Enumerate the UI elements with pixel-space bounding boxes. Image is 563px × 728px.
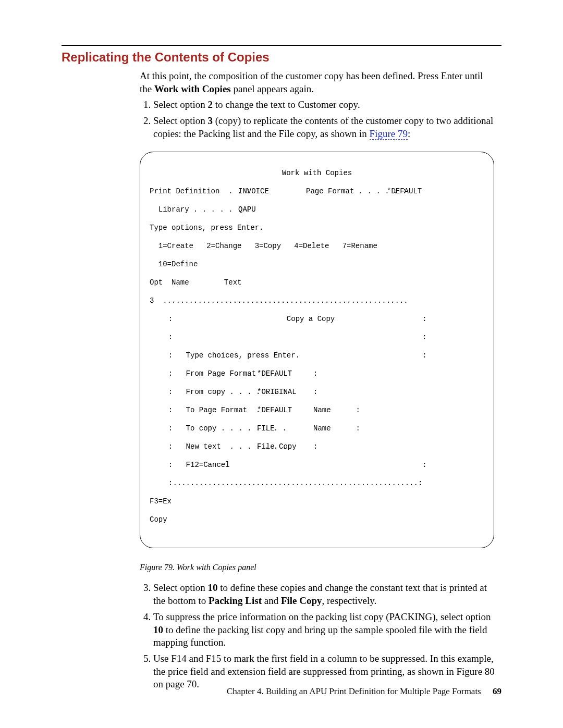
panel-options-2: 10=Define <box>150 260 484 269</box>
fc-end: : <box>313 388 317 397</box>
tpf-label: : To Page Format . . . . <box>168 406 257 415</box>
f3-exit: F3=Ex <box>150 497 484 507</box>
to-page-format-row: : To Page Format . . . .*DEFAULTName: <box>168 406 484 415</box>
overlay-title: : Copy a Copy : <box>168 315 484 324</box>
fc-value: *ORIGINAL <box>257 388 313 397</box>
s3a: Select option <box>153 582 207 593</box>
dots-bottom: :.......................................… <box>168 479 484 488</box>
tpf-end: : <box>356 406 360 415</box>
page-footer: Chapter 4. Building an APU Print Definit… <box>227 686 501 697</box>
nt-end: : <box>313 442 317 452</box>
rule-top <box>62 45 501 46</box>
library-label: Library . . . . . . : <box>150 205 238 215</box>
from-page-format-row: : From Page Format . . :*DEFAULT: <box>168 369 484 379</box>
tc-value: FILE <box>257 424 313 434</box>
s4a: To suppress the price information on the… <box>153 611 491 622</box>
step-2: Select option 3 (copy) to replicate the … <box>153 115 496 140</box>
fpf-value: *DEFAULT <box>257 369 313 379</box>
steps-list-1: Select option 2 to change the text to Cu… <box>140 98 496 140</box>
tpf-value: *DEFAULT <box>257 406 313 415</box>
footer-chapter: Chapter 4. Building an APU Print Definit… <box>227 686 481 696</box>
nt-value: File Copy <box>257 442 313 452</box>
body-column-2: Select option 10 to define these copies … <box>140 582 496 691</box>
step-1: Select option 2 to change the text to Cu… <box>153 98 496 112</box>
page: Replicating the Contents of Copies At th… <box>0 0 563 728</box>
footer-page-number: 69 <box>493 686 501 696</box>
step2-a: Select option <box>153 115 207 126</box>
section-heading: Replicating the Contents of Copies <box>62 50 501 65</box>
s4bold: 10 <box>153 624 163 635</box>
library-value: QAPU <box>238 205 306 215</box>
step-5: Use F14 and F15 to mark the first field … <box>153 652 496 691</box>
step1-b: to change the text to Customer copy. <box>213 99 360 110</box>
library-row: Library . . . . . . :QAPU <box>150 205 484 215</box>
panel-title: Work with Copies <box>150 169 484 178</box>
step2-c: : <box>408 128 410 139</box>
page-format-label: Page Format . . . . . : <box>306 187 387 196</box>
step-3: Select option 10 to define these copies … <box>153 582 496 607</box>
panel-options-1: 1=Create 2=Change 3=Copy 4=Delete 7=Rena… <box>150 242 484 251</box>
fpf-end: : <box>313 369 317 379</box>
panel-column-headers: Opt Name Text <box>150 278 484 288</box>
print-def-label: Print Definition . . : <box>150 187 238 196</box>
s3c: , respectively. <box>322 595 377 606</box>
s3bold: 10 <box>207 582 217 593</box>
step1-bold: 2 <box>207 99 213 110</box>
intro-text-b: panel appears again. <box>231 83 314 94</box>
overlay-blank-1: : : <box>168 333 484 342</box>
copy-label: Copy <box>150 515 484 525</box>
panel-instr: Type options, press Enter. <box>150 224 484 233</box>
tc-end: : <box>356 424 360 434</box>
opt-3-row: 3 ......................................… <box>150 297 484 306</box>
figure-caption: Figure 79. Work with Copies panel <box>140 563 501 572</box>
print-def-row: Print Definition . . :INVOICEPage Format… <box>150 187 484 196</box>
from-copy-row: : From copy . . . . . . :*ORIGINAL: <box>168 388 484 397</box>
steps-list-2: Select option 10 to define these copies … <box>140 582 496 691</box>
s3bold2: Packing List <box>209 595 262 606</box>
body-column: At this point, the composition of the cu… <box>140 70 496 140</box>
intro-bold: Work with Copies <box>154 83 231 94</box>
step-4: To suppress the price information on the… <box>153 611 496 649</box>
step2-bold: 3 <box>207 115 213 126</box>
overlay-instr: : Type choices, press Enter. : <box>168 351 484 361</box>
dots-top: ........................................… <box>154 297 408 305</box>
figure-ref-link[interactable]: Figure 79 <box>370 128 408 140</box>
terminal-panel: Work with Copies Print Definition . . :I… <box>140 152 494 548</box>
tc-label: : To copy . . . . . . . . <box>168 424 257 434</box>
overlay-f12: : F12=Cancel : <box>168 461 484 470</box>
page-format-value: *DEFAULT <box>387 187 422 196</box>
to-copy-row: : To copy . . . . . . . .FILEName: <box>168 424 484 434</box>
intro-paragraph: At this point, the composition of the cu… <box>140 70 496 95</box>
print-def-value: INVOICE <box>238 187 306 196</box>
nt-label: : New text . . . . . . . <box>168 442 257 452</box>
s3mid: and <box>262 595 281 606</box>
new-text-row: : New text . . . . . . .File Copy: <box>168 442 484 452</box>
step1-a: Select option <box>153 99 207 110</box>
s3bold3: File Copy <box>281 595 322 606</box>
fc-label: : From copy . . . . . . : <box>168 388 257 397</box>
figure-79: Work with Copies Print Definition . . :I… <box>140 152 494 548</box>
tc-hint: Name <box>313 424 331 434</box>
s4b: to define the packing list copy and brin… <box>153 624 487 648</box>
fpf-label: : From Page Format . . : <box>168 369 257 379</box>
tpf-hint: Name <box>313 406 331 415</box>
